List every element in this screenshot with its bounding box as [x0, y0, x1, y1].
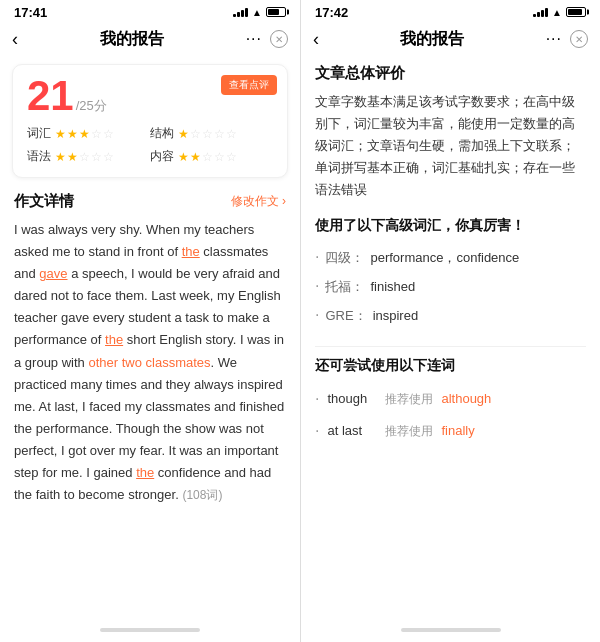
rating-vocab-stars: ★ ★ ★ ☆ ☆ — [55, 127, 114, 141]
essay-section-title: 作文详情 — [14, 192, 74, 211]
star-s1: ★ — [178, 127, 189, 141]
vocab-title: 使用了以下高级词汇，你真厉害！ — [315, 217, 586, 235]
rating-structure-stars: ★ ☆ ☆ ☆ ☆ — [178, 127, 237, 141]
essay-content: I was always very shy. When my teachers … — [0, 215, 300, 622]
essay-link-3: the — [105, 332, 123, 347]
nav-close-left[interactable]: ✕ — [270, 30, 288, 48]
battery-icon — [266, 7, 286, 17]
home-indicator-right — [301, 622, 600, 642]
star-g5: ☆ — [103, 150, 114, 164]
nav-actions-right: ··· ✕ — [546, 30, 588, 48]
essay-section-header: 作文详情 修改作文 › — [0, 184, 300, 215]
vocab-item-3: GRE： inspired — [315, 301, 586, 330]
edit-essay-link[interactable]: 修改作文 › — [231, 193, 286, 210]
connector-title: 还可尝试使用以下连词 — [315, 357, 586, 375]
essay-link-2: gave — [39, 266, 67, 281]
phone-left: 17:41 ▲ ‹ 我的报告 ··· ✕ — [0, 0, 300, 642]
score-card: 查看点评 21 /25分 词汇 ★ ★ ★ ☆ ☆ 结构 — [12, 64, 288, 178]
vocab-level-2: 托福： — [325, 275, 364, 298]
nav-title-right: 我的报告 — [400, 29, 464, 50]
rating-vocab: 词汇 ★ ★ ★ ☆ ☆ — [27, 125, 150, 142]
signal-icon — [233, 7, 248, 17]
ratings-grid: 词汇 ★ ★ ★ ☆ ☆ 结构 ★ ☆ ☆ ☆ — [27, 125, 273, 165]
connector-list: though 推荐使用 although at last 推荐使用 finall… — [315, 383, 586, 447]
connector-item-2: at last 推荐使用 finally — [315, 415, 586, 447]
connector-item-1: though 推荐使用 although — [315, 383, 586, 415]
star-g4: ☆ — [91, 150, 102, 164]
vocab-level-3: GRE： — [325, 304, 366, 327]
rating-content-label: 内容 — [150, 148, 174, 165]
signal-icon-right — [533, 7, 548, 17]
star-c5: ☆ — [226, 150, 237, 164]
phone-right: 17:42 ▲ ‹ 我的报告 ··· ✕ — [300, 0, 600, 642]
nav-title-left: 我的报告 — [100, 29, 164, 50]
essay-highlight-1: other two classmates — [88, 355, 210, 370]
nav-actions-left: ··· ✕ — [246, 30, 288, 48]
divider — [315, 346, 586, 347]
score-number: 21 — [27, 75, 74, 117]
nav-close-right[interactable]: ✕ — [570, 30, 588, 48]
star-s5: ☆ — [226, 127, 237, 141]
nav-bar-right: ‹ 我的报告 ··· ✕ — [301, 22, 600, 58]
rating-structure-label: 结构 — [150, 125, 174, 142]
star-c2: ★ — [190, 150, 201, 164]
status-icons-right: ▲ — [533, 7, 586, 18]
star-2: ★ — [67, 127, 78, 141]
rating-content-stars: ★ ★ ☆ ☆ ☆ — [178, 150, 237, 164]
star-c1: ★ — [178, 150, 189, 164]
overall-title: 文章总体评价 — [315, 64, 586, 83]
star-s4: ☆ — [214, 127, 225, 141]
battery-icon-right — [566, 7, 586, 17]
star-5: ☆ — [103, 127, 114, 141]
rating-vocab-label: 词汇 — [27, 125, 51, 142]
word-count: (108词) — [182, 488, 222, 502]
star-c3: ☆ — [202, 150, 213, 164]
rating-grammar-stars: ★ ★ ☆ ☆ ☆ — [55, 150, 114, 164]
star-3: ★ — [79, 127, 90, 141]
essay-link-4: the — [136, 465, 154, 480]
wifi-icon: ▲ — [252, 7, 262, 18]
recommend-label-1: 推荐使用 — [385, 387, 433, 411]
vocab-item-2: 托福： finished — [315, 272, 586, 301]
rating-content: 内容 ★ ★ ☆ ☆ ☆ — [150, 148, 273, 165]
star-c4: ☆ — [214, 150, 225, 164]
star-g2: ★ — [67, 150, 78, 164]
rating-grammar: 语法 ★ ★ ☆ ☆ ☆ — [27, 148, 150, 165]
status-bar-right: 17:42 ▲ — [301, 0, 600, 22]
star-s3: ☆ — [202, 127, 213, 141]
rating-structure: 结构 ★ ☆ ☆ ☆ ☆ — [150, 125, 273, 142]
star-g3: ☆ — [79, 150, 90, 164]
vocab-words-3: inspired — [373, 304, 419, 327]
connector-word-1: though — [327, 386, 377, 412]
score-total: /25分 — [76, 97, 107, 115]
nav-bar-left: ‹ 我的报告 ··· ✕ — [0, 22, 300, 58]
connector-alt-1: although — [441, 386, 491, 412]
phone2-main-content: 文章总体评价 文章字数基本满足该考试字数要求；在高中级别下，词汇量较为丰富，能使… — [301, 58, 600, 622]
vocab-words-2: finished — [370, 275, 415, 298]
nav-dots-right[interactable]: ··· — [546, 30, 562, 48]
vocab-list: 四级： performance，confidence 托福： finished … — [315, 243, 586, 329]
connector-alt-2: finally — [441, 418, 474, 444]
overall-text: 文章字数基本满足该考试字数要求；在高中级别下，词汇量较为丰富，能使用一定数量的高… — [315, 91, 586, 201]
star-s2: ☆ — [190, 127, 201, 141]
star-1: ★ — [55, 127, 66, 141]
star-g1: ★ — [55, 150, 66, 164]
nav-dots-left[interactable]: ··· — [246, 30, 262, 48]
essay-paragraph: I was always very shy. When my teachers … — [14, 219, 286, 506]
view-comments-button[interactable]: 查看点评 — [221, 75, 277, 95]
recommend-label-2: 推荐使用 — [385, 419, 433, 443]
status-icons-left: ▲ — [233, 7, 286, 18]
status-bar-left: 17:41 ▲ — [0, 0, 300, 22]
star-4: ☆ — [91, 127, 102, 141]
vocab-level-1: 四级： — [325, 246, 364, 269]
home-indicator-left — [0, 622, 300, 642]
connector-word-2: at last — [327, 418, 377, 444]
time-left: 17:41 — [14, 5, 47, 20]
essay-link-1: the — [182, 244, 200, 259]
back-button-left[interactable]: ‹ — [12, 29, 18, 50]
vocab-item-1: 四级： performance，confidence — [315, 243, 586, 272]
vocab-words-1: performance，confidence — [370, 246, 519, 269]
back-button-right[interactable]: ‹ — [313, 29, 319, 50]
wifi-icon-right: ▲ — [552, 7, 562, 18]
rating-grammar-label: 语法 — [27, 148, 51, 165]
